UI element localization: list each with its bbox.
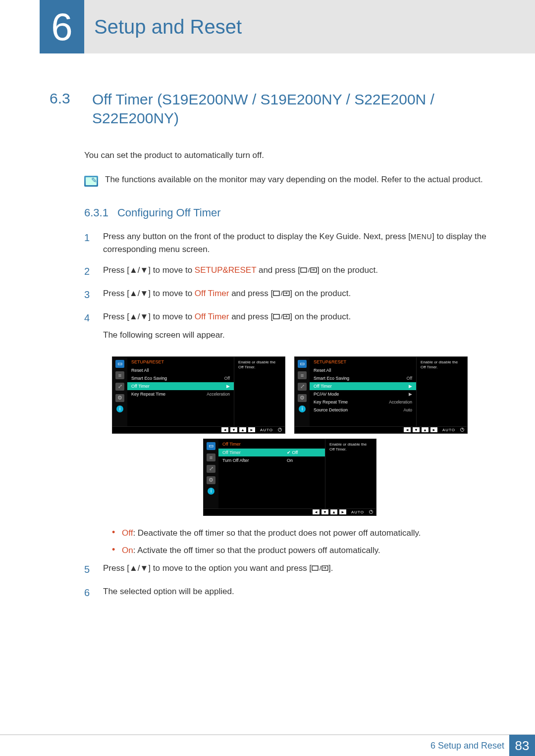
osd-sidebar: ▭ ≡ ⤢ ⚙ i [295, 357, 310, 426]
up-down-arrows-icon: ▲/▼ [129, 312, 148, 321]
up-down-arrows-icon: ▲/▼ [129, 265, 148, 275]
picture-icon: ▭ [298, 360, 307, 368]
page-header: 6 Setup and Reset [0, 0, 535, 53]
osd-sidebar: ▭ ≡ ⤢ ⚙ i [112, 357, 127, 426]
osd-menu-header: SETUP&RESET [127, 358, 234, 366]
note-block: The functions available on the monitor m… [84, 175, 495, 187]
osd-menu-row: Source DetectionAuto [310, 406, 416, 414]
svg-text:/: / [281, 313, 283, 320]
note-icon [84, 176, 98, 187]
osd-sidebar: ▭ ≡ ⤢ ⚙ i [204, 439, 218, 508]
info-icon: i [208, 488, 214, 495]
section-heading: 6.3 Off Timer (S19E200NW / S19E200NY / S… [50, 90, 495, 127]
size-icon: ⤢ [115, 383, 124, 391]
osd-footer: ◄▼▲► AUTO [295, 426, 467, 433]
svg-rect-9 [312, 566, 318, 570]
settings-gear-icon: ⚙ [298, 394, 307, 402]
note-text: The functions available on the monitor m… [105, 175, 483, 185]
intro-paragraph: You can set the product to automatically… [84, 149, 495, 162]
svg-text:/: / [281, 290, 283, 297]
osd-footer: ◄▼▲► AUTO [112, 426, 285, 433]
osd-description: Enable or disable the Off Timer. [416, 357, 467, 426]
svg-text:/: / [320, 565, 321, 572]
up-down-arrows-icon: ▲/▼ [129, 563, 148, 573]
power-icon [369, 510, 373, 514]
osd-menu-row: PC/AV Mode▶ [310, 390, 416, 398]
section-number: 6.3 [50, 90, 84, 127]
subsection-heading: 6.3.1 Configuring Off Timer [84, 206, 495, 219]
osd-menu-row: Reset All [310, 366, 416, 374]
osd-menu-row: Smart Eco SavingOff [310, 374, 416, 382]
osd-option: On [283, 456, 325, 464]
osd-menu-header: Off Timer [218, 441, 283, 449]
size-icon: ⤢ [298, 383, 307, 391]
nav-arrows-icon: ◄▼▲► [221, 427, 255, 432]
page-footer: 6 Setup and Reset 83 [0, 734, 535, 756]
osd-menu-row: Smart Eco SavingOff [127, 374, 234, 382]
osd-description: Enable or disable the Off Timer. [325, 439, 376, 508]
osd-menu-header: SETUP&RESET [310, 358, 416, 366]
chapter-title: Setup and Reset [84, 0, 535, 53]
settings-gear-icon: ⚙ [207, 476, 215, 484]
step-2: 2 Press [▲/▼] to move to SETUP&RESET and… [84, 264, 495, 279]
chapter-number-tab: 6 [40, 0, 84, 53]
svg-rect-0 [301, 268, 307, 272]
step-6: 6 The selected option will be applied. [84, 585, 495, 601]
power-icon [460, 428, 464, 432]
footer-chapter-label: 6 Setup and Reset [430, 741, 504, 751]
osd-panel-3: ▭ ≡ ⤢ ⚙ i Off TimerOff TimerTurn Off Aft… [203, 439, 376, 516]
nav-arrows-icon: ◄▼▲► [313, 509, 346, 514]
section-title: Off Timer (S19E200NW / S19E200NY / S22E2… [92, 90, 495, 127]
color-icon: ≡ [298, 371, 307, 379]
enter-source-icon: / [273, 312, 290, 321]
osd-description: Enable or disable the Off Timer. [234, 357, 285, 426]
menu-label: MENU [411, 233, 432, 241]
osd-menu-row: Key Repeat TimeAcceleration [127, 390, 234, 398]
power-icon [278, 428, 282, 432]
osd-menu-row: Turn Off After [218, 456, 283, 464]
osd-menu-row: Off Timer▶ [127, 382, 234, 390]
svg-text:/: / [308, 267, 310, 274]
info-icon: i [299, 405, 306, 412]
up-down-arrows-icon: ▲/▼ [129, 289, 148, 298]
osd-menu-row: Off Timer▶ [310, 382, 416, 390]
bullet-off: Off: Deactivate the off timer so that th… [112, 527, 495, 540]
step-3: 3 Press [▲/▼] to move to Off Timer and p… [84, 287, 495, 302]
size-icon: ⤢ [207, 465, 215, 473]
subsection-number: 6.3.1 [84, 206, 108, 219]
settings-gear-icon: ⚙ [115, 394, 124, 402]
picture-icon: ▭ [207, 442, 215, 450]
color-icon: ≡ [115, 371, 124, 379]
osd-menu-row: Key Repeat TimeAcceleration [310, 398, 416, 406]
osd-option: ✔ Off [283, 449, 325, 456]
nav-arrows-icon: ◄▼▲► [404, 427, 437, 432]
info-icon: i [116, 405, 123, 412]
osd-menu-row: Off Timer [218, 449, 283, 456]
step-5: 5 Press [▲/▼] to move to the option you … [84, 562, 495, 577]
subsection-title: Configuring Off Timer [117, 206, 221, 219]
color-icon: ≡ [207, 454, 215, 461]
osd-footer: ◄▼▲► AUTO [204, 508, 376, 515]
osd-panel-2: ▭ ≡ ⤢ ⚙ i SETUP&RESETReset AllSmart Eco … [294, 356, 468, 434]
enter-source-icon: / [312, 563, 328, 573]
osd-panel-1: ▭ ≡ ⤢ ⚙ i SETUP&RESETReset AllSmart Eco … [112, 356, 285, 434]
svg-rect-3 [273, 291, 279, 296]
page-number: 83 [509, 735, 535, 756]
enter-source-icon: / [300, 265, 317, 275]
osd-menu-row: Reset All [127, 366, 234, 374]
step-1: 1 Press any button on the front of the p… [84, 230, 495, 256]
bullet-on: On: Activate the off timer so that the p… [112, 544, 495, 557]
enter-source-icon: / [273, 289, 290, 298]
svg-rect-6 [273, 314, 279, 319]
step-4: 4 Press [▲/▼] to move to Off Timer and p… [84, 310, 495, 342]
picture-icon: ▭ [115, 360, 124, 368]
